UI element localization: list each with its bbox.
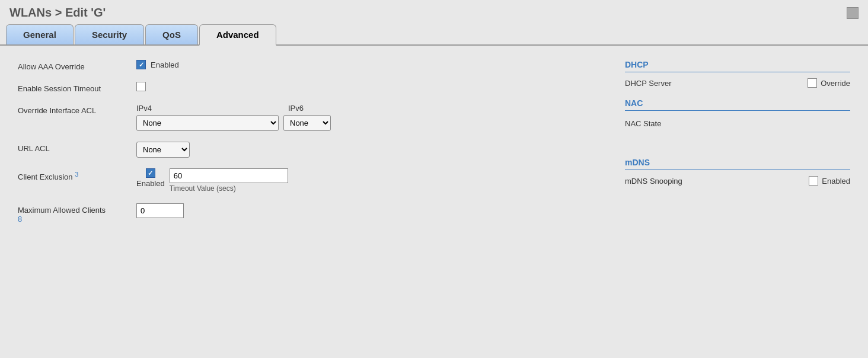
override-acl-row: Override Interface ACL IPv4 IPv6 None <box>18 104 589 131</box>
url-acl-row: URL ACL None <box>18 142 589 158</box>
timeout-input[interactable] <box>170 168 288 183</box>
timeout-wrap: Timeout Value (secs) <box>170 168 288 193</box>
dhcp-override-label: Override <box>821 79 850 88</box>
ipv4-acl-select[interactable]: None <box>136 115 279 131</box>
client-exclusion-control: Enabled Timeout Value (secs) <box>136 168 288 193</box>
client-exclusion-footnote[interactable]: 3 <box>75 171 78 178</box>
max-clients-row: Maximum Allowed Clients 8 <box>18 203 589 223</box>
override-acl-control: IPv4 IPv6 None None <box>136 104 331 131</box>
dhcp-server-label: DHCP Server <box>625 79 672 88</box>
session-timeout-control <box>136 82 146 91</box>
ipv4-label: IPv4 <box>136 104 283 113</box>
allow-aaa-checkbox[interactable] <box>136 60 146 69</box>
content-area: Allow AAA Override Enabled Enable Sessio… <box>0 46 868 248</box>
dhcp-section-title: DHCP <box>625 60 850 72</box>
allow-aaa-control: Enabled <box>136 60 179 69</box>
tab-advanced[interactable]: Advanced <box>199 24 276 46</box>
url-acl-select[interactable]: None <box>136 142 190 158</box>
session-timeout-row: Enable Session Timeout <box>18 82 589 93</box>
mdns-snooping-row: mDNS Snooping Enabled <box>625 176 850 186</box>
mdns-enabled-label: Enabled <box>822 177 850 186</box>
url-acl-label: URL ACL <box>18 142 136 153</box>
override-acl-label: Override Interface ACL <box>18 104 136 115</box>
tab-qos[interactable]: QoS <box>145 24 198 44</box>
timeout-label: Timeout Value (secs) <box>170 184 288 193</box>
window-button[interactable] <box>847 7 859 19</box>
nac-state-row: NAC State ✓ None ✓ SNMP NAC <box>625 117 850 128</box>
url-acl-control: None <box>136 142 190 158</box>
session-timeout-checkbox[interactable] <box>136 82 146 91</box>
allow-aaa-row: Allow AAA Override Enabled <box>18 60 589 71</box>
ipv6-label: IPv6 <box>288 104 304 113</box>
acl-row: IPv4 IPv6 None None <box>136 104 331 131</box>
client-excl-inner: Enabled Timeout Value (secs) <box>136 168 288 193</box>
mdns-snooping-checkbox[interactable] <box>809 176 818 186</box>
dhcp-override-checkbox[interactable] <box>808 78 817 88</box>
client-exclusion-label: Client Exclusion 3 <box>18 168 136 181</box>
allow-aaa-enabled-text: Enabled <box>151 60 179 69</box>
allow-aaa-label: Allow AAA Override <box>18 60 136 71</box>
max-clients-footnote[interactable]: 8 <box>18 215 22 223</box>
client-excl-wrap: Enabled Timeout Value (secs) <box>136 168 288 193</box>
max-clients-label: Maximum Allowed Clients 8 <box>18 203 136 223</box>
client-exclusion-checkbox[interactable] <box>146 168 155 178</box>
main-window: WLANs > Edit 'G' General Security QoS Ad… <box>0 0 868 358</box>
mdns-section-title: mDNS <box>625 158 850 170</box>
max-clients-input[interactable] <box>136 203 184 218</box>
nac-state-label: NAC State <box>625 117 661 128</box>
dhcp-override-control: Override <box>808 78 850 88</box>
client-exclusion-row: Client Exclusion 3 Enabled Timeout Va <box>18 168 589 193</box>
mdns-enabled-control: Enabled <box>809 176 850 186</box>
tab-security[interactable]: Security <box>75 24 144 44</box>
ipv6-acl-select[interactable]: None <box>283 115 331 131</box>
nac-section-title: NAC <box>625 98 850 111</box>
left-panel: Allow AAA Override Enabled Enable Sessio… <box>18 60 589 234</box>
max-clients-control <box>136 203 184 218</box>
dhcp-server-row: DHCP Server Override <box>625 78 850 88</box>
session-timeout-label: Enable Session Timeout <box>18 82 136 93</box>
tab-general[interactable]: General <box>6 24 74 44</box>
acl-selects: None None <box>136 115 331 131</box>
tab-bar: General Security QoS Advanced <box>0 24 868 46</box>
client-exclusion-enabled-text: Enabled <box>136 179 165 188</box>
title-bar: WLANs > Edit 'G' <box>0 0 868 24</box>
right-panel: DHCP DHCP Server Override NAC NAC State … <box>625 60 850 234</box>
mdns-snooping-label: mDNS Snooping <box>625 177 682 186</box>
acl-labels: IPv4 IPv6 <box>136 104 331 113</box>
page-title: WLANs > Edit 'G' <box>9 6 106 20</box>
